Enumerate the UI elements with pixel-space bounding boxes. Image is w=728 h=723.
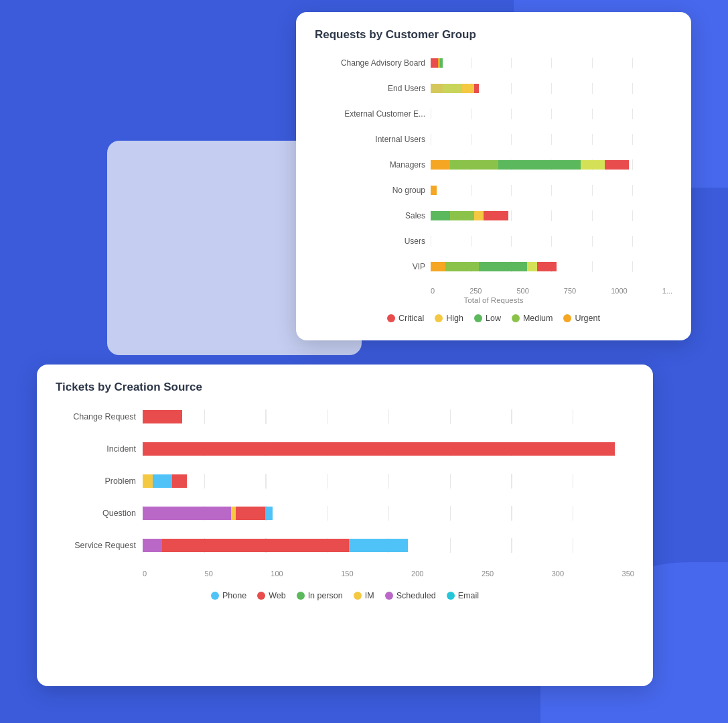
bar-segment	[450, 211, 474, 220]
requests-chart-title: Requests by Customer Group	[315, 28, 672, 42]
bar-segment	[605, 160, 629, 170]
legend-item-critical: Critical	[387, 314, 424, 323]
legend-dot-low	[474, 314, 482, 322]
table-row: Users	[315, 232, 672, 251]
legend-dot-urgent	[563, 314, 571, 322]
bar-segment	[431, 84, 443, 93]
bar-segment	[431, 160, 450, 170]
bar-segment	[143, 539, 162, 552]
legend-label-scheduled: Scheduled	[396, 591, 436, 600]
bar-segment	[443, 84, 462, 93]
legend-label-email: Email	[458, 591, 479, 600]
x-tick: 150	[341, 570, 353, 578]
bar-segment	[527, 262, 536, 271]
bar-segment	[431, 211, 450, 220]
bar-label: Managers	[315, 160, 425, 170]
bar-segment	[153, 474, 172, 488]
table-row: End Users	[315, 79, 672, 98]
requests-chart-area: Change Advisory Board End Users	[315, 54, 672, 304]
bar-segment	[474, 84, 479, 93]
bar-segment	[143, 442, 615, 456]
table-row: Incident	[56, 438, 634, 460]
legend-item-scheduled: Scheduled	[385, 591, 436, 600]
bar-segment	[462, 84, 474, 93]
bar-segment	[479, 262, 527, 271]
bar-segment	[537, 262, 557, 271]
legend-dot-high	[435, 314, 443, 322]
legend-dot-im	[354, 592, 362, 600]
requests-chart-legend: Critical High Low Medium Urgent	[315, 314, 672, 323]
legend-item-urgent: Urgent	[563, 314, 600, 323]
x-axis-label: Total of Requests	[315, 296, 672, 304]
bar-label: VIP	[315, 262, 425, 271]
legend-label-medium: Medium	[523, 314, 553, 323]
x-tick: 500	[516, 287, 528, 295]
x-tick: 750	[564, 287, 576, 295]
bar-segment	[349, 539, 408, 552]
table-row: Question	[56, 503, 634, 524]
x-tick: 200	[411, 570, 423, 578]
tickets-chart-card: Tickets by Creation Source Change Reques…	[37, 365, 653, 686]
legend-dot-critical	[387, 314, 395, 322]
bar-segment	[162, 539, 349, 552]
table-row: Change Request	[56, 406, 634, 428]
legend-label-critical: Critical	[398, 314, 424, 323]
bar-label: End Users	[315, 84, 425, 93]
bar-label: Problem	[56, 476, 136, 486]
legend-item-low: Low	[474, 314, 501, 323]
bar-segment	[431, 186, 437, 195]
bar-segment	[172, 474, 187, 488]
x-tick: 300	[552, 570, 564, 578]
bar-segment	[265, 507, 273, 520]
bar-segment	[431, 262, 445, 271]
bar-segment	[498, 160, 581, 170]
tickets-chart-title: Tickets by Creation Source	[56, 381, 634, 394]
bar-label: Sales	[315, 211, 425, 220]
legend-label-low: Low	[486, 314, 501, 323]
legend-item-im: IM	[354, 591, 374, 600]
bar-segment	[445, 262, 480, 271]
x-tick: 350	[622, 570, 634, 578]
legend-label-im: IM	[365, 591, 374, 600]
bar-label: Users	[315, 237, 425, 246]
legend-dot-phone	[211, 592, 219, 600]
x-tick: 0	[143, 570, 147, 578]
legend-dot-email	[447, 592, 455, 600]
bar-segment	[143, 507, 231, 520]
bar-segment	[231, 507, 236, 520]
bar-segment	[484, 211, 508, 220]
bar-segment	[440, 58, 443, 68]
table-row: Service Request	[56, 535, 634, 556]
bar-label: Change Request	[56, 412, 136, 421]
legend-label-web: Web	[269, 591, 285, 600]
legend-dot-scheduled	[385, 592, 393, 600]
bar-segment	[474, 211, 484, 220]
x-axis-ticks: 0 250 500 750 1000 1...	[431, 283, 672, 295]
table-row: Change Advisory Board	[315, 54, 672, 72]
legend-item-phone: Phone	[211, 591, 246, 600]
bar-label: Change Advisory Board	[315, 58, 425, 68]
x-tick: 0	[431, 287, 435, 295]
bar-segment	[143, 474, 153, 488]
tickets-x-axis-ticks: 0 50 100 150 200 250 300 350	[143, 566, 634, 578]
legend-item-high: High	[435, 314, 463, 323]
bar-segment	[431, 58, 438, 68]
x-tick: 250	[482, 570, 494, 578]
legend-label-inperson: In person	[308, 591, 343, 600]
bar-label: No group	[315, 186, 425, 195]
legend-dot-medium	[512, 314, 520, 322]
legend-item-inperson: In person	[297, 591, 343, 600]
bar-label: External Customer E...	[315, 109, 425, 119]
legend-label-urgent: Urgent	[575, 314, 600, 323]
table-row: Sales	[315, 206, 672, 225]
x-tick: 250	[469, 287, 482, 295]
table-row: No group	[315, 181, 672, 200]
x-tick: 1...	[662, 287, 672, 295]
x-tick: 100	[271, 570, 283, 578]
legend-label-high: High	[446, 314, 463, 323]
table-row: Problem	[56, 470, 634, 492]
tickets-chart-legend: Phone Web In person IM Scheduled Email	[56, 591, 634, 600]
bar-segment	[143, 410, 182, 423]
x-tick: 1000	[611, 287, 627, 295]
table-row: VIP	[315, 257, 672, 276]
